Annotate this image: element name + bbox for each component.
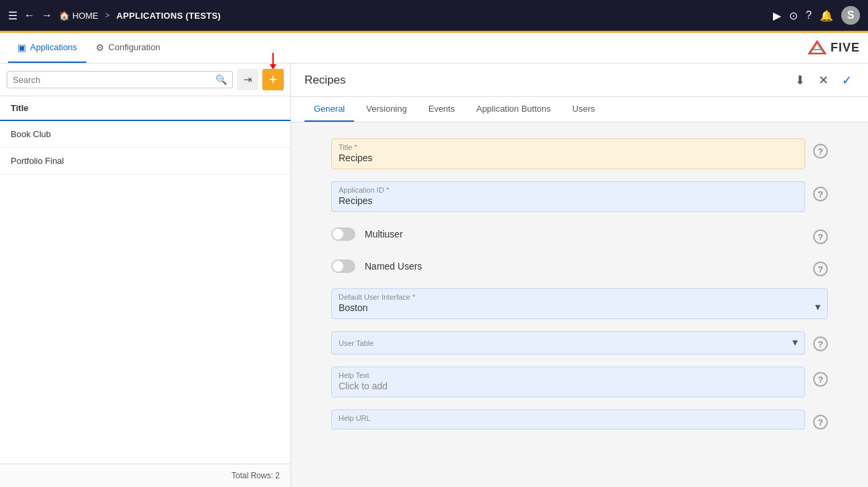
help-text-label: Help Text (339, 371, 798, 379)
confirm-button[interactable]: ✓ (839, 70, 855, 90)
sidebar-toolbar: 🔍 ⇥ + (0, 64, 290, 96)
import-button[interactable]: ⇥ (237, 69, 258, 90)
title-value[interactable]: Recipes (339, 153, 798, 163)
application-id-label: Application ID * (339, 186, 798, 194)
import-icon: ⇥ (244, 74, 252, 86)
user-table-field-row: User Table ▾ ? (331, 331, 828, 355)
arrow-indicator (270, 53, 276, 70)
tab-applications-label: Applications (30, 42, 77, 52)
default-ui-chevron-icon: ▾ (815, 300, 820, 313)
help-text-value[interactable]: Click to add (339, 381, 798, 391)
menu-icon[interactable]: ☰ (8, 9, 17, 22)
sidebar-title-column: Title (11, 103, 29, 113)
form-area: Title * Recipes ? Application ID * Recip… (291, 122, 868, 487)
tab-bar-wrapper: ▣ Applications ⚙ Configuration FIVE (0, 31, 868, 64)
application-id-field-container[interactable]: Application ID * Recipes (331, 181, 805, 212)
top-nav-bar: ☰ ← → 🏠 HOME > APPLICATIONS (TESTS) ▶ ⊙ … (0, 0, 868, 31)
sidebar-list-header: Title (0, 96, 290, 121)
total-rows-label: Total Rows: 2 (232, 471, 280, 480)
applications-tab-icon: ▣ (17, 42, 26, 53)
help-text-field-container[interactable]: Help Text Click to add (331, 367, 805, 397)
configuration-tab-icon: ⚙ (96, 42, 104, 53)
named-users-row: Named Users ? (331, 256, 828, 276)
title-help-icon[interactable]: ? (813, 144, 828, 159)
user-table-field: User Table ▾ (331, 331, 805, 355)
tab-application-buttons[interactable]: Application Buttons (467, 97, 560, 122)
download-icon: ⬇ (795, 73, 805, 88)
multiuser-label: Multiuser (365, 229, 403, 239)
multiuser-container: Multiuser (331, 227, 805, 241)
tab-general[interactable]: General (305, 97, 354, 122)
multiuser-row: Multiuser ? (331, 224, 828, 244)
multiuser-toggle[interactable] (331, 227, 355, 241)
tab-versioning[interactable]: Versioning (357, 97, 416, 122)
default-ui-label: Default User Interface * (339, 293, 815, 301)
user-table-label: User Table (339, 339, 792, 347)
default-ui-value: Boston (339, 302, 815, 313)
forward-icon[interactable]: → (41, 9, 52, 21)
home-link[interactable]: 🏠 HOME (59, 11, 98, 21)
title-field-container[interactable]: Title * Recipes (331, 138, 805, 169)
named-users-container: Named Users (331, 260, 805, 273)
help-nav-icon[interactable]: ? (806, 9, 812, 21)
play-icon[interactable]: ▶ (773, 9, 781, 22)
search-input[interactable] (13, 75, 211, 85)
sidebar: 🔍 ⇥ + Title Book Club (0, 64, 291, 487)
help-url-field-container[interactable]: Help URL (331, 409, 805, 429)
add-button-container: + (262, 69, 284, 90)
default-ui-field-row: Default User Interface * Boston ▾ (331, 288, 828, 319)
list-item[interactable]: Portfolio Final (0, 148, 290, 175)
tab-configuration-label: Configuration (108, 42, 160, 52)
breadcrumb-label: APPLICATIONS (TESTS) (116, 11, 221, 21)
close-icon: ✕ (818, 73, 829, 88)
tab-events[interactable]: Events (419, 97, 464, 122)
tab-users[interactable]: Users (563, 97, 604, 122)
bell-icon[interactable]: 🔔 (820, 9, 833, 22)
help-url-field: Help URL (331, 409, 805, 429)
back-icon[interactable]: ← (24, 9, 35, 21)
named-users-label: Named Users (365, 261, 422, 272)
home-icon: 🏠 (59, 11, 70, 21)
user-table-dropdown[interactable]: User Table ▾ (331, 331, 805, 355)
sub-tabs: General Versioning Events Application Bu… (291, 97, 868, 122)
multiuser-help-icon[interactable]: ? (813, 229, 828, 244)
help-url-label: Help URL (339, 414, 798, 422)
right-panel: Recipes ⬇ ✕ ✓ General Versioning Events (291, 64, 868, 487)
default-ui-inner: Default User Interface * Boston (339, 293, 815, 313)
search-input-wrap[interactable]: 🔍 (7, 71, 233, 88)
application-id-help-icon[interactable]: ? (813, 187, 828, 201)
close-button[interactable]: ✕ (816, 70, 831, 90)
help-text-field: Help Text Click to add (331, 367, 805, 397)
download-button[interactable]: ⬇ (792, 70, 808, 90)
tab-applications[interactable]: ▣ Applications (8, 33, 86, 63)
list-item[interactable]: Book Club (0, 121, 290, 148)
arrow-line (272, 53, 274, 65)
plus-icon: + (269, 72, 278, 87)
tab-configuration[interactable]: ⚙ Configuration (86, 33, 169, 63)
five-logo-text: FIVE (831, 41, 860, 55)
sidebar-footer: Total Rows: 2 (0, 464, 290, 487)
default-ui-dropdown[interactable]: Default User Interface * Boston ▾ (331, 288, 828, 319)
home-label: HOME (72, 11, 98, 21)
user-table-chevron-icon: ▾ (792, 336, 798, 349)
add-button[interactable]: + (262, 69, 284, 90)
help-text-help-icon[interactable]: ? (813, 372, 828, 387)
user-avatar[interactable]: S (841, 6, 860, 25)
panel-header: Recipes ⬇ ✕ ✓ (291, 64, 868, 97)
application-id-field-row: Application ID * Recipes ? (331, 181, 828, 212)
five-logo: FIVE (808, 40, 860, 56)
application-id-field: Application ID * Recipes (331, 181, 805, 212)
check-icon: ✓ (842, 73, 852, 88)
search-nav-icon[interactable]: ⊙ (789, 9, 798, 22)
user-table-inner: User Table (339, 339, 792, 349)
help-text-field-row: Help Text Click to add ? (331, 367, 828, 397)
five-logo-icon (808, 40, 829, 56)
application-id-value[interactable]: Recipes (339, 195, 798, 206)
breadcrumb-separator: > (105, 11, 110, 20)
named-users-toggle[interactable] (331, 260, 355, 273)
help-url-help-icon[interactable]: ? (813, 415, 828, 429)
title-label: Title * (339, 143, 798, 151)
user-table-help-icon[interactable]: ? (813, 336, 828, 351)
default-ui-field: Default User Interface * Boston ▾ (331, 288, 828, 319)
named-users-help-icon[interactable]: ? (813, 262, 828, 276)
